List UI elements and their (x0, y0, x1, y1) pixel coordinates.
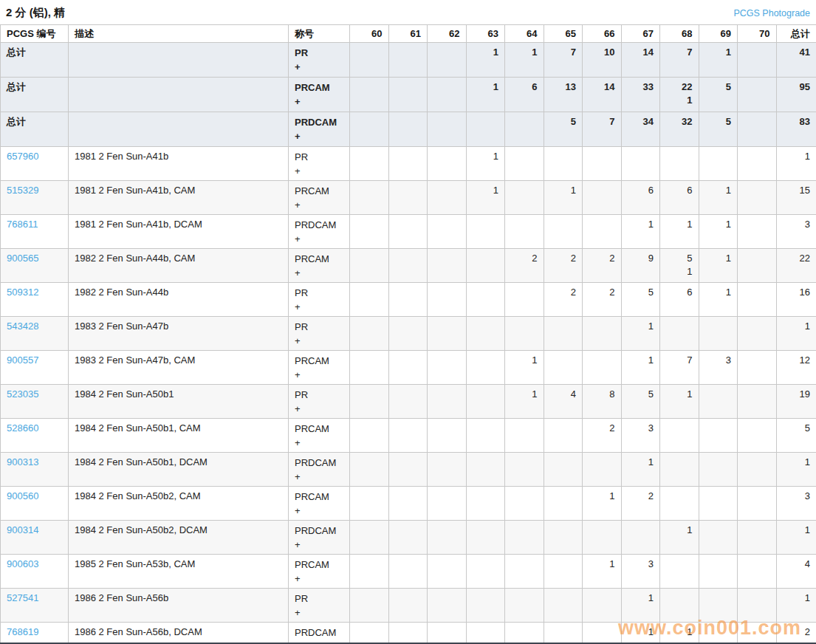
pcgs-number-link[interactable]: 509312 (7, 287, 38, 298)
grade-64-count-cell: 1 (505, 43, 544, 78)
pcgs-number-link[interactable]: 900314 (7, 524, 38, 535)
summary-label: 总计 (1, 43, 69, 78)
grade-64-count-cell (505, 453, 544, 487)
grade-62-count-cell (428, 351, 467, 385)
designation-plus-label: + (295, 436, 343, 450)
designation-label: PR (295, 150, 343, 164)
grade-62-count-cell (428, 215, 467, 249)
grade-66-count-cell (583, 181, 622, 215)
pcgs-number-link[interactable]: 900560 (7, 490, 38, 501)
grade-count: 1 (473, 150, 499, 163)
total-count-cell: 1 (776, 317, 816, 351)
pcgs-number-link[interactable]: 900603 (7, 558, 38, 569)
grade-61-count-cell (388, 589, 428, 623)
pcgs-number-link[interactable]: 543428 (7, 321, 38, 332)
summary-row: 总计PR+11710147141 (1, 43, 816, 78)
total-count-cell: 95 (776, 78, 816, 112)
designation-plus-label: + (295, 198, 343, 212)
grade-61-count-cell (388, 43, 428, 78)
designation-label: PRCAM (295, 558, 343, 572)
grade-69-count-cell (699, 487, 738, 521)
pcgs-number-link[interactable]: 900313 (7, 456, 38, 467)
designation-label: PRCAM (295, 184, 343, 198)
pcgs-number-link[interactable]: 900557 (7, 354, 38, 366)
grade-count: 2 (589, 252, 615, 265)
designation-label: PRCAM (295, 490, 343, 504)
pcgs-photograde-link[interactable]: PCGS Photograde (733, 8, 810, 18)
summary-row: 总计PRCAM+16131433221595 (1, 78, 816, 112)
grade-64-count-cell (505, 555, 544, 589)
designation-label: PRCAM (295, 252, 343, 266)
designation-cell: PR+ (289, 147, 350, 181)
grade-67-count-cell: 14 (621, 43, 660, 78)
table-row: 5230351984 2 Fen Sun-A50b1PR+1485119 (1, 385, 816, 419)
grade-69-count-cell (699, 317, 738, 351)
total-count-cell: 1 (776, 521, 816, 555)
grade-count: 2 (589, 286, 615, 299)
column-header-grade-70: 70 (738, 25, 777, 43)
grade-count: 22 (666, 80, 693, 94)
pcgs-number-cell: 657960 (1, 147, 69, 181)
grade-67-count-cell: 1 (621, 351, 660, 385)
grade-64-count-cell (505, 589, 544, 623)
top-bar: 2 分 (铝), 精 PCGS Photograde (0, 0, 816, 24)
grade-69-count-cell: 1 (699, 43, 738, 78)
pcgs-number-link[interactable]: 528660 (7, 422, 38, 434)
grade-61-count-cell (388, 521, 428, 555)
grade-68-count-cell (660, 317, 699, 351)
column-header-grade-67: 67 (621, 25, 660, 43)
grade-70-count-cell (738, 249, 777, 283)
designation-label: PRCAM (295, 80, 343, 95)
grade-count: 1 (473, 46, 499, 59)
grade-count: 5 (705, 115, 732, 129)
grade-62-count-cell (428, 385, 467, 419)
grade-70-count-cell (738, 351, 777, 385)
pcgs-number-link[interactable]: 527541 (7, 592, 38, 603)
grade-68-count-cell: 6 (660, 181, 699, 215)
pcgs-number-cell: 543428 (1, 317, 69, 351)
pcgs-number-link[interactable]: 657960 (7, 151, 38, 162)
total-count-cell: 83 (776, 112, 816, 147)
grade-69-count-cell: 1 (699, 249, 738, 283)
designation-plus-label: + (295, 606, 343, 620)
grade-67-count-cell: 1 (621, 453, 660, 487)
grade-count: 1 (628, 626, 654, 639)
grade-62-count-cell (428, 623, 467, 644)
designation-plus-label: + (295, 129, 343, 143)
description-cell: 1981 2 Fen Sun-A41b, DCAM (69, 215, 289, 249)
grade-65-count-cell (544, 521, 583, 555)
pcgs-number-link[interactable]: 523035 (7, 388, 38, 400)
grade-count: 34 (628, 115, 654, 129)
pcgs-number-link[interactable]: 900565 (7, 253, 38, 264)
pcgs-number-link[interactable]: 768611 (7, 219, 38, 230)
grade-count: 1 (666, 524, 693, 537)
grade-69-count-cell (699, 147, 738, 181)
grade-count: 1 (666, 218, 693, 231)
column-header-grade-65: 65 (544, 25, 583, 43)
designation-plus-label: + (295, 538, 343, 552)
column-header-grade-68: 68 (660, 25, 699, 43)
grade-count: 1 (511, 388, 538, 401)
grade-64-count-cell: 1 (505, 351, 544, 385)
table-header-row: PCGS 编号 描述 称号 6061626364656667686970总计 (1, 25, 816, 43)
pcgs-number-link[interactable]: 768619 (7, 626, 38, 637)
grade-66-count-cell (583, 589, 622, 623)
grade-66-count-cell: 8 (583, 385, 622, 419)
pcgs-number-cell: 527541 (1, 589, 69, 623)
grade-count: 1 (628, 218, 654, 231)
grade-count: 1 (705, 252, 732, 265)
table-row: 6579601981 2 Fen Sun-A41bPR+11 (1, 147, 816, 181)
pcgs-number-link[interactable]: 515329 (7, 185, 38, 196)
population-report-page: 2 分 (铝), 精 PCGS Photograde PCGS 编号 描述 称号… (0, 0, 816, 644)
grade-61-count-cell (388, 385, 428, 419)
description-cell: 1981 2 Fen Sun-A41b, CAM (69, 181, 289, 215)
grade-69-count-cell (699, 555, 738, 589)
grade-70-count-cell (738, 623, 777, 644)
designation-label: PRDCAM (295, 524, 343, 538)
grade-67-count-cell: 6 (621, 181, 660, 215)
grade-count: 2 (550, 286, 577, 299)
grade-66-count-cell: 10 (583, 43, 622, 78)
description-cell: 1983 2 Fen Sun-A47b (69, 317, 289, 351)
grade-66-count-cell (583, 215, 622, 249)
pcgs-number-cell: 900313 (1, 453, 69, 487)
